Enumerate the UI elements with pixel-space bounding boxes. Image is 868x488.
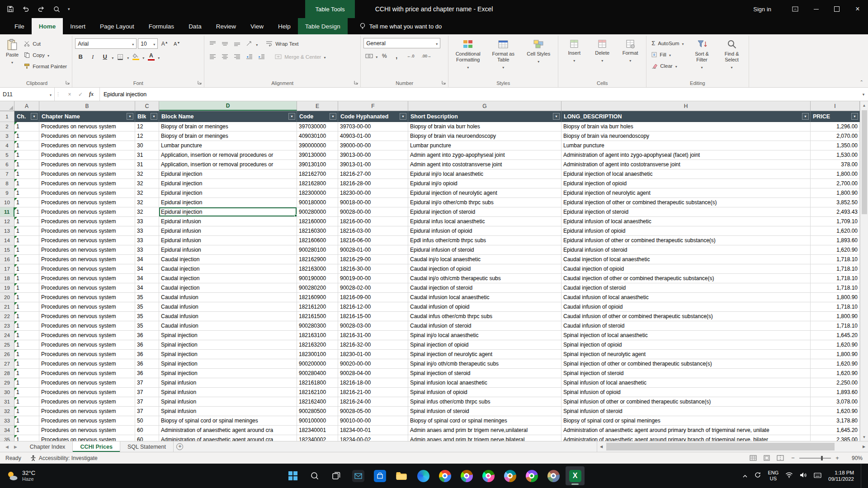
- row-header-27[interactable]: 27: [0, 359, 14, 369]
- cell-D19[interactable]: Caudal injection: [159, 283, 297, 293]
- cell-E2[interactable]: 397030000: [297, 122, 338, 131]
- chrome-profile-4-button[interactable]: [500, 466, 519, 485]
- cell-H19[interactable]: Caudal injection of steroid: [561, 283, 811, 293]
- row-header-29[interactable]: 29: [0, 378, 14, 388]
- cell-H6[interactable]: Administration of agent into costotransv…: [561, 160, 811, 169]
- cell-E32[interactable]: 900280500: [297, 407, 338, 416]
- row-header-12[interactable]: 12: [0, 217, 14, 226]
- cell-A23[interactable]: 1: [14, 321, 39, 331]
- wifi-tray-button[interactable]: [785, 472, 793, 480]
- formula-bar-grip[interactable]: ⋮: [55, 88, 61, 101]
- cell-F32[interactable]: 90028-05-00: [338, 407, 408, 416]
- row-header-4[interactable]: 4: [0, 141, 14, 150]
- cell-E16[interactable]: 182162900: [297, 255, 338, 264]
- find-select-button[interactable]: Find & Select: [718, 37, 746, 78]
- cell-F18[interactable]: 90019-00-00: [338, 274, 408, 283]
- row-header-10[interactable]: 10: [0, 198, 14, 207]
- tab-view[interactable]: View: [243, 18, 271, 34]
- cell-I19[interactable]: 1,718.10: [811, 283, 860, 293]
- update-tray-button[interactable]: [755, 472, 761, 480]
- cell-A15[interactable]: 1: [14, 245, 39, 255]
- cell-I34[interactable]: 1,645.20: [811, 426, 860, 435]
- cell-C6[interactable]: 31: [135, 160, 159, 169]
- cell-D9[interactable]: Epidural injection: [159, 188, 297, 198]
- cell-G28[interactable]: Spinal injection of steroid: [408, 369, 561, 378]
- cell-A4[interactable]: 1: [14, 141, 39, 150]
- zoom-level[interactable]: 90%: [846, 455, 863, 461]
- filter-button[interactable]: [151, 113, 157, 120]
- cell-F16[interactable]: 18216-29-00: [338, 255, 408, 264]
- cell-C18[interactable]: 34: [135, 274, 159, 283]
- cell-E28[interactable]: 900280400: [297, 369, 338, 378]
- row-header-31[interactable]: 31: [0, 397, 14, 407]
- cell-H12[interactable]: Epidural infusion of local anaesthetic: [561, 217, 811, 226]
- cell-B20[interactable]: Procedures on nervous system: [39, 293, 135, 302]
- cell-A18[interactable]: 1: [14, 274, 39, 283]
- comma-style-button[interactable]: ,: [391, 51, 402, 61]
- cell-B35[interactable]: Procedures on nervous system: [39, 435, 135, 441]
- cell-F2[interactable]: 39703-00-00: [338, 122, 408, 131]
- mail-app-button[interactable]: [349, 466, 368, 485]
- cell-C2[interactable]: 12: [135, 122, 159, 131]
- filter-button[interactable]: [400, 113, 406, 120]
- cell-D15[interactable]: Epidural infusion: [159, 245, 297, 255]
- cell-G4[interactable]: Lumbar puncture: [408, 141, 561, 150]
- cell-I9[interactable]: 1,800.90: [811, 188, 860, 198]
- cell-D6[interactable]: Application, insertion or removal proced…: [159, 160, 297, 169]
- cell-F13[interactable]: 18216-03-00: [338, 226, 408, 236]
- cell-E26[interactable]: 182300100: [297, 350, 338, 359]
- cell-B3[interactable]: Procedures on nervous system: [39, 131, 135, 141]
- cell-B24[interactable]: Procedures on nervous system: [39, 331, 135, 340]
- row-header-22[interactable]: 22: [0, 312, 14, 321]
- cell-C29[interactable]: 37: [135, 378, 159, 388]
- taskbar-search-button[interactable]: [305, 466, 324, 485]
- cell-C19[interactable]: 34: [135, 283, 159, 293]
- cell-H27[interactable]: Spinal injection of other or combined th…: [561, 359, 811, 369]
- cell-H11[interactable]: Epidural injection of steroid: [561, 207, 811, 217]
- weather-widget[interactable]: 32°C Haze: [0, 464, 42, 488]
- cell-A25[interactable]: 1: [14, 340, 39, 350]
- cell-C33[interactable]: 50: [135, 416, 159, 426]
- scroll-up-button[interactable]: ▲: [860, 101, 868, 109]
- cell-E33[interactable]: 900100000: [297, 416, 338, 426]
- cell-I8[interactable]: 2,700.00: [811, 179, 860, 188]
- cell-F34[interactable]: 18234-00-01: [338, 426, 408, 435]
- cell-D32[interactable]: Spinal infusion: [159, 407, 297, 416]
- row-header-18[interactable]: 18: [0, 274, 14, 283]
- row-header-1[interactable]: 1: [0, 111, 14, 122]
- clock[interactable]: 1:18 PM 09/11/2022: [828, 469, 854, 482]
- cell-H20[interactable]: Caudal infusion of local anaesthetic: [561, 293, 811, 302]
- cell-H28[interactable]: Spinal injection of steroid: [561, 369, 811, 378]
- cell-F28[interactable]: 90028-04-00: [338, 369, 408, 378]
- cell-H26[interactable]: Spinal injection of neurolytic agent: [561, 350, 811, 359]
- cell-H15[interactable]: Epidural infusion of steroid: [561, 245, 811, 255]
- cell-G21[interactable]: Caudal infusion of opioid: [408, 302, 561, 312]
- show-desktop-button[interactable]: [861, 464, 863, 488]
- row-header-19[interactable]: 19: [0, 283, 14, 293]
- cell-F26[interactable]: 18230-01-00: [338, 350, 408, 359]
- cell-A34[interactable]: 1: [14, 426, 39, 435]
- cell-I22[interactable]: 1,800.90: [811, 312, 860, 321]
- decrease-font-button[interactable]: A▼: [171, 38, 182, 49]
- cell-B32[interactable]: Procedures on nervous system: [39, 407, 135, 416]
- cell-E30[interactable]: 182162100: [297, 388, 338, 397]
- cell-A21[interactable]: 1: [14, 302, 39, 312]
- cell-E21[interactable]: 182161200: [297, 302, 338, 312]
- row-header-33[interactable]: 33: [0, 416, 14, 426]
- cell-E7[interactable]: 182162700: [297, 169, 338, 179]
- format-painter-button[interactable]: Format Painter: [22, 61, 69, 71]
- borders-dropdown[interactable]: [127, 53, 129, 61]
- customize-qat-button[interactable]: ▾: [68, 7, 70, 11]
- tab-table-design[interactable]: Table Design: [298, 18, 348, 34]
- cell-A2[interactable]: 1: [14, 122, 39, 131]
- cell-C16[interactable]: 34: [135, 255, 159, 264]
- cell-G2[interactable]: Biopsy of brain via burr holes: [408, 122, 561, 131]
- row-header-32[interactable]: 32: [0, 407, 14, 416]
- cell-E3[interactable]: 409030100: [297, 131, 338, 141]
- increase-decimal-button[interactable]: ←.0: [403, 51, 418, 61]
- formula-input[interactable]: Epidural injection: [100, 88, 859, 101]
- collapse-ribbon-button[interactable]: ⌃: [860, 80, 863, 84]
- cell-G6[interactable]: Admin agent into costotransverse joint: [408, 160, 561, 169]
- cell-H13[interactable]: Epidural infusion of opioid: [561, 226, 811, 236]
- cell-G11[interactable]: Epidural injection of steroid: [408, 207, 561, 217]
